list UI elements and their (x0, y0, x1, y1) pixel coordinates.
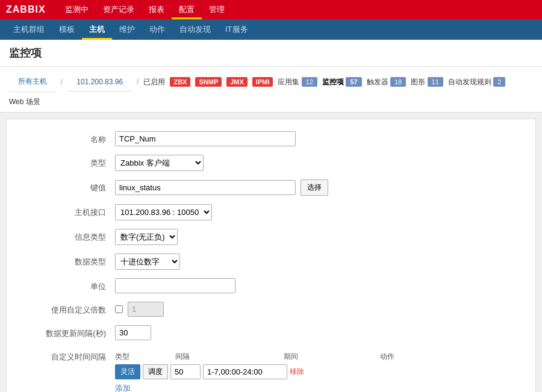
interval-row: 灵活 调度 移除 (115, 364, 523, 379)
wrap-info-type: 数字(无正负) 浮点数 字符 日志 文本 (115, 229, 523, 245)
select-data-type[interactable]: 十进位数字 八进位数字 十六进位数字 布尔值 (115, 254, 180, 270)
all-hosts-link[interactable]: 所有主机 (9, 72, 56, 92)
page-title: 监控项 (9, 46, 533, 60)
badge-jmx[interactable]: JMX (226, 77, 248, 87)
already-used: 已启用 (143, 77, 165, 87)
sep1: / (61, 78, 63, 86)
row-key: 键值 选择 (19, 179, 523, 196)
row-custom-intervals: 自定义时间间隔 类型 间隔 期间 动作 灵活 调度 移除 添加 (19, 349, 523, 392)
label-custom-intervals: 自定义时间间隔 (19, 349, 115, 362)
tab-web-scenarios[interactable]: Web 场景 (9, 97, 40, 107)
wrap-unit (115, 278, 523, 293)
label-type: 类型 (19, 155, 115, 169)
nav-it-services[interactable]: IT服务 (218, 19, 255, 40)
add-interval-wrap: 添加 (115, 383, 523, 392)
label-custom-multiplier: 使用自定义倍数 (19, 302, 115, 316)
label-data-type: 数据类型 (19, 254, 115, 267)
input-update-interval[interactable] (115, 325, 151, 340)
btn-scheduling[interactable]: 调度 (143, 364, 168, 379)
wrap-name (115, 131, 523, 146)
filter-bar: 所有主机 / 101.200.83.96 / 已启用 ZBX SNMP JMX … (0, 67, 542, 113)
ci-col-type: 类型 (115, 352, 175, 362)
remove-interval-link[interactable]: 移除 (290, 367, 304, 377)
tab-triggers[interactable]: 触发器 18 (367, 77, 406, 87)
nav-monitor[interactable]: 监测中 (58, 0, 96, 19)
row-update-interval: 数据更新间隔(秒) (19, 325, 523, 340)
input-interval-value[interactable] (170, 364, 201, 379)
btn-flexible[interactable]: 灵活 (115, 364, 140, 379)
top-navigation: ZABBIX 监测中 资产记录 报表 配置 管理 (0, 0, 542, 19)
input-multiplier-value[interactable] (128, 302, 164, 317)
logo: ZABBIX (6, 4, 46, 15)
input-key[interactable] (115, 180, 296, 195)
nav-config[interactable]: 配置 (172, 0, 202, 19)
wrap-custom-multiplier (115, 302, 523, 317)
ci-col-action: 动作 (380, 352, 416, 362)
tab-graphs[interactable]: 图形 11 (411, 77, 443, 87)
nav-host-groups[interactable]: 主机群组 (6, 19, 52, 40)
wrap-key: 选择 (115, 179, 523, 196)
main-form: 名称 类型 Zabbix 客户端 Zabbix 客户端(主动) SNMPv1 代… (6, 119, 536, 392)
wrap-type: Zabbix 客户端 Zabbix 客户端(主动) SNMPv1 代理 SNMP… (115, 155, 523, 171)
sep2: / (137, 78, 139, 86)
label-interface: 主机接口 (19, 204, 115, 218)
nav-templates[interactable]: 模板 (52, 19, 82, 40)
label-info-type: 信息类型 (19, 229, 115, 243)
row-unit: 单位 (19, 278, 523, 293)
row-name: 名称 (19, 131, 523, 146)
badge-snmp[interactable]: SNMP (195, 77, 222, 87)
row-info-type: 信息类型 数字(无正负) 浮点数 字符 日志 文本 (19, 229, 523, 245)
add-interval-link[interactable]: 添加 (115, 384, 131, 392)
ci-col-period: 期间 (284, 352, 380, 362)
page-title-bar: 监控项 (0, 40, 542, 67)
top-nav-items: 监测中 资产记录 报表 配置 管理 (58, 0, 232, 19)
label-unit: 单位 (19, 278, 115, 292)
label-key: 键值 (19, 179, 115, 193)
nav-discovery[interactable]: 自动发现 (172, 19, 218, 40)
select-key-btn[interactable]: 选择 (301, 179, 328, 196)
tab-apps[interactable]: 应用集 12 (278, 77, 317, 87)
row-type: 类型 Zabbix 客户端 Zabbix 客户端(主动) SNMPv1 代理 S… (19, 155, 523, 171)
select-info-type[interactable]: 数字(无正负) 浮点数 字符 日志 文本 (115, 229, 178, 245)
wrap-update-interval (115, 325, 523, 340)
badge-ipmi[interactable]: IPMI (252, 77, 273, 87)
tab-monitors[interactable]: 监控项 57 (322, 77, 362, 87)
wrap-data-type: 十进位数字 八进位数字 十六进位数字 布尔值 (115, 254, 523, 270)
nav-admin[interactable]: 管理 (202, 0, 232, 19)
label-name: 名称 (19, 131, 115, 145)
ci-col-interval: 间隔 (175, 352, 284, 362)
custom-intervals: 类型 间隔 期间 动作 灵活 调度 移除 添加 (115, 352, 523, 392)
wrap-interface: 101.200.83.96 : 10050 (115, 204, 523, 220)
wrap-custom-intervals: 类型 间隔 期间 动作 灵活 调度 移除 添加 (115, 349, 523, 392)
select-interface[interactable]: 101.200.83.96 : 10050 (115, 204, 212, 220)
nav-assets[interactable]: 资产记录 (96, 0, 142, 19)
checkbox-custom-multiplier[interactable] (115, 305, 123, 313)
tab-auto-discovery[interactable]: 自动发现规则 2 (448, 77, 505, 87)
input-unit[interactable] (115, 278, 235, 293)
ci-header: 类型 间隔 期间 动作 (115, 352, 523, 362)
second-navigation: 主机群组 模板 主机 维护 动作 自动发现 IT服务 (0, 19, 542, 40)
row-interface: 主机接口 101.200.83.96 : 10050 (19, 204, 523, 220)
input-interval-period[interactable] (203, 364, 287, 379)
host-link[interactable]: 101.200.83.96 (67, 73, 132, 92)
nav-hosts[interactable]: 主机 (82, 19, 112, 40)
label-update-interval: 数据更新间隔(秒) (19, 325, 115, 339)
nav-reports[interactable]: 报表 (142, 0, 172, 19)
badge-zbx[interactable]: ZBX (170, 77, 190, 87)
logo-text: ZABBIX (6, 4, 46, 14)
input-name[interactable] (115, 131, 296, 146)
nav-maintenance[interactable]: 维护 (112, 19, 142, 40)
select-type[interactable]: Zabbix 客户端 Zabbix 客户端(主动) SNMPv1 代理 SNMP… (115, 155, 204, 171)
row-custom-multiplier: 使用自定义倍数 (19, 302, 523, 317)
nav-actions[interactable]: 动作 (142, 19, 172, 40)
row-data-type: 数据类型 十进位数字 八进位数字 十六进位数字 布尔值 (19, 254, 523, 270)
